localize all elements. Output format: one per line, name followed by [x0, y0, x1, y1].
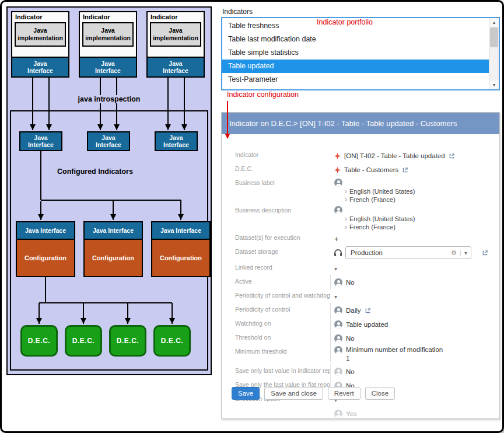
form-row-dec: D.E.C. Table - Customers: [222, 162, 499, 176]
scroll-down-button[interactable]: ▼: [489, 81, 499, 89]
field-label: Business description: [235, 204, 330, 215]
scroll-up-button[interactable]: ▲: [489, 18, 499, 27]
field-label: Business label: [235, 176, 330, 187]
form-row-active: Active No: [222, 275, 499, 289]
field-value: ▾: [330, 289, 499, 303]
chevron-right-icon: ›: [345, 215, 347, 222]
gear-icon[interactable]: ⚙: [451, 249, 457, 257]
scrollbar-thumb[interactable]: [490, 27, 498, 47]
user-icon: [334, 320, 342, 329]
field-value: Table - Customers: [330, 162, 499, 176]
field-label: Dataset(s) for execution: [235, 231, 330, 242]
java-interface-box: Java Interface: [12, 57, 68, 76]
user-icon: [334, 346, 342, 354]
external-link-icon[interactable]: [402, 167, 408, 173]
field-value: Production ⚙ ▾: [330, 245, 499, 259]
chevron-down-icon[interactable]: ▾: [460, 250, 467, 256]
configuration-box: Configuration: [85, 240, 142, 276]
java-interface-box: Java Interface: [17, 222, 74, 240]
record-icon: [334, 167, 341, 173]
close-button[interactable]: Close: [365, 387, 395, 400]
field-label: Periodicity of control: [235, 303, 330, 314]
form-row-threshold-on: Threshold on No: [222, 331, 499, 345]
record-icon: [334, 153, 341, 159]
field-value: ▾: [330, 261, 499, 275]
field-value: No: [330, 275, 499, 289]
user-icon: [334, 306, 342, 315]
indicators-list-label: Indicators: [222, 8, 253, 16]
configured-indicator-box-3: Java Interface Configuration: [151, 221, 211, 277]
expand-caret-icon[interactable]: ▾: [334, 294, 337, 300]
language-entry[interactable]: ›English (United States): [345, 188, 415, 195]
form-row-linked-record: Linked record ▾: [222, 261, 499, 275]
architecture-diagram: Indicator Java implementation Java Inter…: [6, 6, 212, 375]
chevron-right-icon: ›: [345, 224, 347, 231]
java-implementation-box: Java implementation: [82, 22, 134, 47]
panel-title: Indicator on D.E.C.> [ON] T-I02 - Table …: [222, 113, 499, 134]
java-interface-box: Java Interface: [148, 57, 204, 76]
form-row-dataset-storage: Dataset storage Production ⚙ ▾: [222, 245, 499, 261]
list-item[interactable]: Table simple statistics: [222, 46, 489, 60]
list-item-selected[interactable]: Table updated: [222, 60, 489, 73]
field-label: Periodicity of control and watchdog: [235, 289, 330, 300]
panel-body: Indicator [ON] T-I02 - Table - Table upd…: [222, 134, 499, 406]
chevron-right-icon: ›: [345, 196, 347, 203]
save-button[interactable]: Save: [232, 387, 260, 400]
external-link-icon[interactable]: [365, 308, 371, 314]
field-label: Dataset storage: [235, 245, 330, 256]
indicator-group-2: Indicator Java implementation Java Inter…: [79, 11, 137, 78]
field-label: Active: [235, 275, 330, 286]
screenshot-frame: Indicator Java implementation Java Inter…: [0, 0, 504, 433]
user-icon: [334, 368, 342, 376]
external-link-icon[interactable]: [449, 153, 455, 159]
field-label: Save only last value in indicator report…: [235, 364, 330, 375]
list-item[interactable]: Table last modification date: [222, 33, 489, 46]
configured-indicator-box-2: Java Interface Configuration: [83, 221, 143, 277]
field-value: ›English (United States) ›French (France…: [330, 204, 499, 231]
language-entry[interactable]: ›English (United States): [345, 215, 415, 222]
java-implementation-box: Java implementation: [15, 22, 66, 47]
expand-caret-icon[interactable]: ▾: [334, 266, 337, 272]
field-label: Linked record: [235, 261, 330, 272]
field-label: Indicator: [235, 148, 330, 159]
indicator-config-panel: Indicator on D.E.C.> [ON] T-I02 - Table …: [221, 112, 500, 419]
form-row-indicator: Indicator [ON] T-I02 - Table - Table upd…: [222, 148, 499, 162]
java-interface-box: Java Interface: [85, 222, 142, 240]
language-entry[interactable]: ›French (France): [345, 224, 396, 231]
configured-indicators-label: Configured Indicators: [54, 167, 136, 176]
indicator-group-title: Indicator: [80, 12, 136, 22]
user-icon: [334, 179, 342, 187]
field-value: No: [330, 331, 499, 345]
java-interface-box: Java Interface: [19, 131, 62, 151]
external-link-icon[interactable]: [482, 250, 488, 256]
dataset-storage-combobox[interactable]: Production ⚙ ▾: [345, 246, 471, 259]
configuration-box: Configuration: [17, 240, 74, 276]
list-scrollbar[interactable]: ▲ ▼: [489, 18, 499, 89]
form-row-business-description: Business description ›English (United St…: [222, 204, 499, 231]
save-and-close-button[interactable]: Save and close: [264, 387, 323, 400]
add-dataset-button[interactable]: +: [334, 235, 339, 243]
form-row-periodicity-group: Periodicity of control and watchdog ▾: [222, 289, 499, 303]
revert-button[interactable]: Revert: [328, 387, 360, 400]
java-interface-box: Java Interface: [155, 131, 198, 151]
user-icon: [334, 278, 342, 287]
indicator-group-1: Indicator Java implementation Java Inter…: [11, 11, 69, 78]
field-value: Yes: [330, 406, 499, 420]
annotation-indicator-portfolio: Indicator portfolio: [317, 18, 373, 26]
dec-box: D.E.C.: [109, 325, 146, 357]
indicator-group-3: Indicator Java implementation Java Inter…: [146, 11, 205, 78]
field-label: Threshold on: [235, 331, 330, 342]
dec-box: D.E.C.: [20, 325, 58, 357]
introspection-label: java introspection: [75, 95, 144, 103]
language-entry[interactable]: ›French (France): [345, 196, 396, 203]
configuration-box: Configuration: [152, 240, 209, 276]
indicator-listbox[interactable]: Table freshness Table last modification …: [221, 17, 500, 90]
list-item[interactable]: Test-Parameter: [222, 73, 489, 86]
java-implementation-box: Java implementation: [150, 22, 201, 47]
user-icon: [334, 334, 342, 343]
field-value: Minimum number of modification 1: [330, 345, 499, 362]
indicator-group-title: Indicator: [12, 12, 68, 22]
java-interface-box: Java Interface: [152, 222, 209, 240]
indicator-list-items: Table freshness Table last modification …: [222, 19, 489, 86]
field-label: [235, 406, 330, 409]
